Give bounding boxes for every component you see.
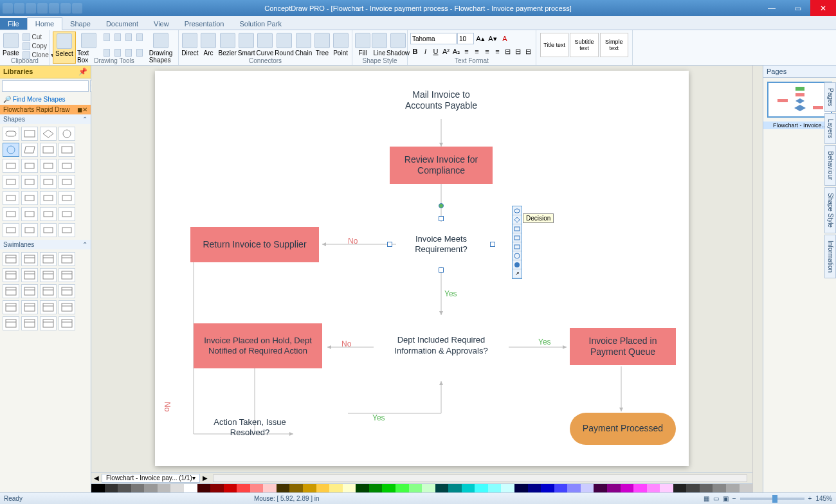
swimlane-stencil[interactable] bbox=[40, 252, 57, 266]
flowchart-decision-selected[interactable]: Invoice Meets Requirement? bbox=[390, 219, 493, 270]
zoom-out-button[interactable]: − bbox=[732, 495, 736, 502]
color-swatch[interactable] bbox=[409, 484, 423, 492]
quick-shape-more[interactable]: ↗ bbox=[513, 269, 522, 278]
swimlane-stencil[interactable] bbox=[3, 316, 19, 330]
shape-stencil[interactable] bbox=[40, 223, 57, 237]
color-swatch[interactable] bbox=[356, 484, 369, 492]
sidetab-shape-style[interactable]: Shape Style bbox=[824, 187, 836, 233]
qat-button[interactable] bbox=[14, 3, 24, 14]
swimlane-stencil[interactable] bbox=[3, 252, 19, 266]
color-swatch[interactable] bbox=[514, 484, 528, 492]
color-swatch[interactable] bbox=[567, 484, 581, 492]
zoom-in-button[interactable]: + bbox=[808, 495, 812, 502]
color-swatch[interactable] bbox=[250, 484, 264, 492]
font-select[interactable] bbox=[410, 33, 457, 44]
shape-stencil[interactable] bbox=[21, 127, 38, 141]
qat-button[interactable] bbox=[37, 3, 48, 14]
shape-stencil[interactable] bbox=[21, 223, 38, 237]
color-swatch[interactable] bbox=[158, 484, 171, 492]
draw-tool[interactable] bbox=[102, 49, 112, 57]
swimlanes-label[interactable]: Swimlanes bbox=[3, 241, 34, 248]
color-swatch[interactable] bbox=[170, 484, 184, 492]
color-swatch[interactable] bbox=[607, 484, 621, 492]
color-swatch[interactable] bbox=[581, 484, 594, 492]
swimlane-stencil[interactable] bbox=[59, 316, 75, 330]
draw-tool[interactable] bbox=[113, 33, 123, 41]
shape-stencil[interactable] bbox=[59, 159, 75, 173]
swimlane-stencil[interactable] bbox=[40, 284, 57, 298]
color-swatch[interactable] bbox=[316, 484, 330, 492]
swimlane-stencil[interactable] bbox=[59, 284, 75, 298]
page-tab[interactable]: Flowchart - Invoice pay... (1/1)▾ bbox=[102, 474, 200, 483]
valign-button[interactable]: ⊟ bbox=[513, 46, 523, 57]
color-swatch[interactable] bbox=[475, 484, 488, 492]
color-swatch[interactable] bbox=[210, 484, 224, 492]
zoom-slider[interactable] bbox=[740, 498, 804, 500]
shape-stencil[interactable] bbox=[21, 191, 38, 205]
shape-stencil[interactable] bbox=[21, 175, 38, 189]
shape-stencil[interactable] bbox=[21, 143, 38, 157]
color-swatch[interactable] bbox=[448, 484, 462, 492]
shape-stencil[interactable] bbox=[40, 127, 57, 141]
maximize-button[interactable]: ▭ bbox=[785, 0, 810, 16]
swimlane-stencil[interactable] bbox=[21, 300, 38, 314]
sidetab-layers[interactable]: Layers bbox=[824, 113, 836, 144]
color-swatch[interactable] bbox=[647, 484, 660, 492]
zoom-level[interactable]: 145% bbox=[815, 495, 832, 502]
page-thumbnail[interactable] bbox=[767, 82, 832, 118]
font-size-select[interactable] bbox=[457, 33, 474, 44]
swimlane-stencil[interactable] bbox=[3, 300, 19, 314]
style-title[interactable]: Title text bbox=[540, 33, 568, 57]
swimlane-stencil[interactable] bbox=[21, 316, 38, 330]
shape-stencil[interactable] bbox=[40, 207, 57, 221]
shape-stencil[interactable] bbox=[21, 207, 38, 221]
sidetab-pages[interactable]: Pages bbox=[824, 82, 836, 112]
align-justify-button[interactable]: ≡ bbox=[493, 46, 502, 57]
color-swatch[interactable] bbox=[621, 484, 634, 492]
subscript-button[interactable]: A₂ bbox=[451, 46, 461, 57]
quick-shape-option[interactable] bbox=[513, 242, 522, 251]
draw-tool[interactable] bbox=[134, 49, 145, 57]
color-swatch[interactable] bbox=[303, 484, 316, 492]
color-swatch[interactable] bbox=[184, 484, 197, 492]
quick-shape-option[interactable] bbox=[513, 260, 522, 269]
color-swatch[interactable] bbox=[91, 484, 105, 492]
shape-stencil[interactable] bbox=[3, 175, 19, 189]
color-swatch[interactable] bbox=[740, 484, 752, 492]
collapse-icon[interactable]: ⌃ bbox=[82, 116, 87, 123]
draw-tool[interactable] bbox=[123, 33, 134, 41]
color-swatch[interactable] bbox=[277, 484, 290, 492]
flowchart-terminator-end[interactable]: Payment Processed bbox=[570, 413, 676, 445]
flowchart-terminator[interactable]: Mail Invoice to Accounts Payable bbox=[390, 80, 493, 120]
flowchart-process[interactable]: Review Invoice for Compliance bbox=[390, 147, 493, 184]
pin-icon[interactable]: 📌 bbox=[78, 68, 87, 76]
shape-stencil[interactable] bbox=[3, 223, 19, 237]
close-button[interactable]: ✕ bbox=[810, 0, 836, 16]
flowchart-process[interactable]: Invoice Placed on Hold, Dept Notified of… bbox=[194, 323, 322, 368]
swimlane-stencil[interactable] bbox=[3, 284, 19, 298]
color-swatch[interactable] bbox=[488, 484, 502, 492]
shape-stencil[interactable] bbox=[59, 191, 75, 205]
shape-stencil[interactable] bbox=[3, 127, 19, 141]
color-swatch[interactable] bbox=[700, 484, 713, 492]
shape-stencil[interactable] bbox=[3, 191, 19, 205]
view-mode-button[interactable]: ▦ bbox=[704, 495, 709, 502]
grow-font-button[interactable]: A▴ bbox=[475, 33, 486, 44]
color-swatch[interactable] bbox=[329, 484, 343, 492]
color-swatch[interactable] bbox=[713, 484, 726, 492]
shape-stencil[interactable] bbox=[59, 175, 75, 189]
valign-button[interactable]: ⊟ bbox=[523, 46, 533, 57]
vertical-scrollbar[interactable] bbox=[752, 66, 763, 492]
file-tab[interactable]: File bbox=[0, 18, 27, 30]
color-swatch[interactable] bbox=[501, 484, 514, 492]
swimlane-stencil[interactable] bbox=[40, 268, 57, 282]
flowchart-process[interactable]: Return Invoice to Supplier bbox=[190, 227, 319, 262]
shrink-font-button[interactable]: A▾ bbox=[487, 33, 498, 44]
valign-button[interactable]: ⊟ bbox=[503, 46, 513, 57]
color-swatch[interactable] bbox=[422, 484, 435, 492]
color-swatch[interactable] bbox=[131, 484, 145, 492]
quick-shape-option[interactable] bbox=[513, 224, 522, 233]
quick-shape-option[interactable] bbox=[513, 233, 522, 242]
color-swatch[interactable] bbox=[144, 484, 158, 492]
color-swatch[interactable] bbox=[369, 484, 383, 492]
